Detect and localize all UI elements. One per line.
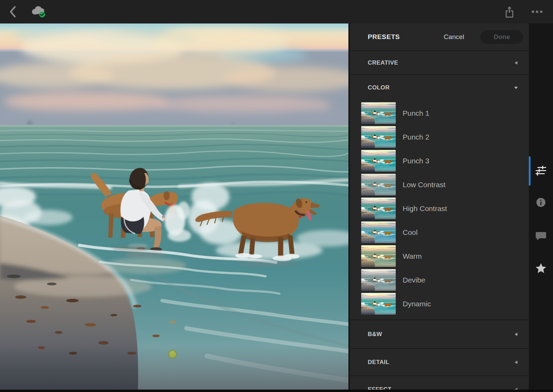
- preset-row-cool[interactable]: Cool: [350, 221, 529, 245]
- preset-row-devibe[interactable]: Devibe: [350, 269, 529, 293]
- chevron-left-icon: [8, 5, 17, 19]
- preset-label: High Contrast: [403, 204, 447, 213]
- preset-label: Punch 3: [403, 157, 429, 165]
- star-icon: [535, 263, 546, 274]
- edit-tool-button[interactable]: [529, 161, 553, 181]
- presets-panel-header: PRESETS Cancel Done: [350, 23, 529, 50]
- section-label: B&W: [368, 331, 382, 338]
- preset-row-punch1[interactable]: Punch 1: [350, 102, 529, 126]
- bottom-edge-strip: [0, 390, 553, 392]
- more-options-button[interactable]: [529, 4, 545, 19]
- preset-thumbnail: [361, 102, 396, 124]
- share-icon: [504, 6, 515, 18]
- preset-row-punch3[interactable]: Punch 3: [350, 150, 529, 174]
- preset-thumbnail: [361, 269, 396, 291]
- collapse-left-icon: [514, 387, 518, 390]
- preset-label: Cool: [403, 228, 418, 237]
- info-button[interactable]: [529, 192, 553, 213]
- info-icon: [536, 197, 546, 208]
- color-preset-list: Punch 1 Punch 2 Punch 3 Low Contrast Hig…: [350, 100, 529, 319]
- back-button[interactable]: [5, 4, 20, 19]
- preset-row-warm[interactable]: Warm: [350, 245, 529, 269]
- cloud-synced-icon: [30, 4, 48, 19]
- preset-thumbnail: [361, 198, 396, 219]
- tool-rail: [529, 23, 553, 390]
- section-label: DETAIL: [368, 359, 390, 366]
- edit-sliders-icon: [535, 166, 546, 176]
- collapse-left-icon: [514, 332, 518, 337]
- preset-row-dynamic[interactable]: Dynamic: [350, 293, 529, 317]
- collapse-left-icon: [514, 360, 518, 365]
- preset-thumbnail: [361, 221, 396, 243]
- preset-thumbnail: [361, 126, 396, 148]
- preset-label: Dynamic: [403, 300, 431, 308]
- section-label: EFFECT: [368, 386, 392, 390]
- preset-row-high-contrast[interactable]: High Contrast: [350, 198, 529, 221]
- collapse-left-icon: [514, 60, 518, 65]
- preset-row-punch2[interactable]: Punch 2: [350, 126, 529, 150]
- photo-canvas[interactable]: [0, 23, 348, 390]
- ellipsis-icon: [531, 10, 543, 13]
- section-creative[interactable]: CREATIVE: [350, 50, 529, 74]
- beach-photo: [0, 23, 348, 390]
- top-toolbar: [0, 0, 553, 23]
- cancel-button[interactable]: Cancel: [444, 33, 464, 41]
- star-button[interactable]: [529, 258, 553, 278]
- done-button[interactable]: Done: [480, 30, 523, 44]
- comment-button[interactable]: [529, 226, 553, 246]
- comment-icon: [535, 231, 546, 241]
- preset-label: Low Contrast: [403, 181, 446, 189]
- section-effect[interactable]: EFFECT: [350, 375, 529, 390]
- preset-label: Punch 2: [403, 133, 429, 141]
- preset-label: Devibe: [403, 276, 425, 284]
- section-bw[interactable]: B&W: [350, 319, 529, 348]
- lightroom-app: PRESETS Cancel Done CREATIVE COLOR Punch…: [0, 0, 553, 392]
- preset-label: Punch 1: [403, 109, 429, 117]
- panel-title: PRESETS: [368, 33, 400, 41]
- section-label: CREATIVE: [368, 59, 398, 66]
- section-color[interactable]: COLOR: [350, 74, 529, 100]
- share-button[interactable]: [502, 4, 517, 19]
- preset-thumbnail: [361, 174, 396, 195]
- section-label: COLOR: [368, 84, 390, 91]
- preset-thumbnail: [361, 150, 396, 172]
- sync-status-button[interactable]: [30, 4, 48, 19]
- preset-thumbnail: [361, 245, 396, 267]
- preset-row-low-contrast[interactable]: Low Contrast: [350, 174, 529, 198]
- expand-down-icon: [514, 85, 518, 90]
- preset-thumbnail: [361, 293, 396, 315]
- preset-label: Warm: [403, 252, 422, 260]
- presets-panel: PRESETS Cancel Done CREATIVE COLOR Punch…: [349, 23, 529, 390]
- section-detail[interactable]: DETAIL: [350, 348, 529, 375]
